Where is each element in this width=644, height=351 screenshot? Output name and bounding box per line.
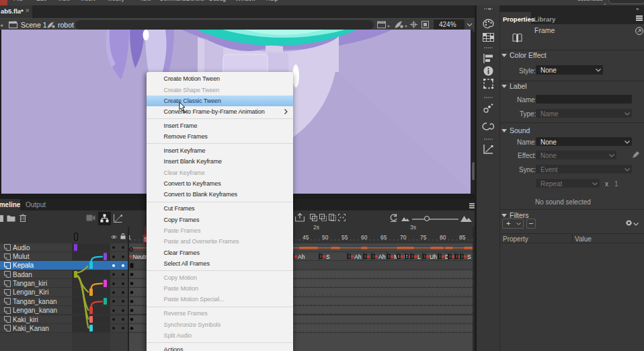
svg-text:Uh: Uh (430, 254, 437, 260)
svg-text:Ah: Ah (354, 254, 362, 260)
svg-text:L: L (417, 254, 421, 260)
svg-text:Ah: Ah (298, 254, 305, 260)
svg-text:S: S (326, 254, 330, 260)
svg-text:Ah: Ah (378, 254, 386, 260)
svg-text:S: S (467, 254, 471, 260)
